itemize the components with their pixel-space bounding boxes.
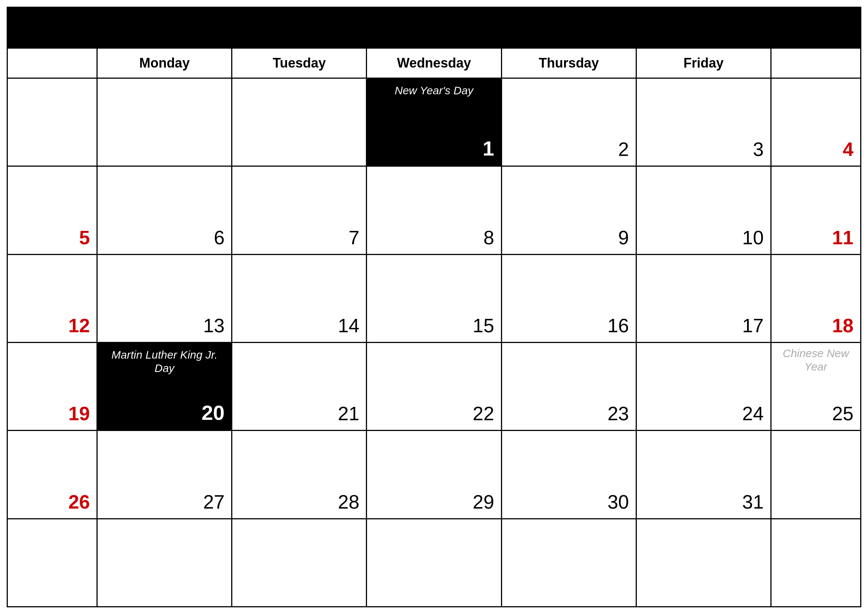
day-number-19: 19 (68, 404, 90, 423)
week-row-3: 19Martin Luther King Jr. Day2021222324Ch… (8, 343, 861, 431)
day-cell-empty (637, 519, 772, 606)
day-number-12: 12 (68, 316, 90, 335)
day-headers-row: MondayTuesdayWednesdayThursdayFriday (8, 49, 861, 79)
calendar-wrapper: MondayTuesdayWednesdayThursdayFriday New… (0, 0, 868, 614)
day-cell-11: 11 (772, 167, 861, 254)
day-cell-empty (772, 519, 861, 606)
day-cell-empty (8, 519, 98, 606)
day-number-27: 27 (203, 492, 225, 512)
day-number-14: 14 (338, 316, 360, 335)
day-header-Wednesday: Wednesday (367, 49, 502, 78)
day-number-31: 31 (742, 492, 764, 512)
day-number-13: 13 (203, 316, 225, 335)
week-row-1: 567891011 (8, 167, 861, 255)
day-header-Tuesday: Tuesday (232, 49, 367, 78)
day-cell-25: Chinese New Year25 (772, 343, 861, 430)
day-cell-empty (98, 79, 232, 166)
day-number-17: 17 (742, 316, 764, 335)
day-number-29: 29 (473, 492, 494, 512)
day-cell-8: 8 (367, 167, 502, 254)
day-number-3: 3 (753, 140, 764, 159)
day-cell-24: 24 (637, 343, 772, 430)
day-cell-28: 28 (232, 431, 367, 518)
day-number-20: 20 (202, 402, 225, 423)
day-cell-29: 29 (367, 431, 502, 518)
day-cell-10: 10 (637, 167, 772, 254)
day-number-9: 9 (618, 228, 629, 247)
day-number-15: 15 (473, 316, 494, 335)
day-header-empty-0 (8, 49, 98, 78)
day-header-Monday: Monday (98, 49, 232, 78)
holiday-label-25: Chinese New Year (775, 347, 857, 374)
day-cell-empty (367, 519, 502, 606)
day-cell-7: 7 (232, 167, 367, 254)
day-cell-4: 4 (772, 79, 861, 166)
day-number-30: 30 (608, 492, 629, 512)
day-cell-5: 5 (8, 167, 98, 254)
holiday-label-20: Martin Luther King Jr. Day (103, 348, 226, 375)
day-number-26: 26 (68, 492, 90, 512)
day-number-28: 28 (338, 492, 360, 512)
day-header-Friday: Friday (637, 49, 772, 78)
day-number-7: 7 (349, 228, 359, 247)
day-cell-15: 15 (367, 255, 502, 342)
day-number-5: 5 (79, 228, 90, 247)
day-cell-empty (8, 79, 98, 166)
weeks-container: New Year's Day12345678910111213141516171… (8, 79, 861, 607)
day-cell-19: 19 (8, 343, 98, 430)
day-number-21: 21 (338, 404, 360, 423)
day-cell-14: 14 (232, 255, 367, 342)
day-cell-16: 16 (502, 255, 637, 342)
calendar-grid: MondayTuesdayWednesdayThursdayFriday New… (7, 48, 861, 607)
day-cell-23: 23 (502, 343, 637, 430)
day-cell-empty (772, 431, 861, 518)
day-cell-31: 31 (637, 431, 772, 518)
day-number-16: 16 (608, 316, 629, 335)
day-number-11: 11 (832, 228, 854, 247)
holiday-label-1: New Year's Day (372, 84, 495, 97)
day-cell-empty (502, 519, 637, 606)
day-cell-26: 26 (8, 431, 98, 518)
day-cell-6: 6 (98, 167, 232, 254)
day-cell-13: 13 (98, 255, 232, 342)
day-number-10: 10 (742, 228, 764, 247)
day-number-6: 6 (214, 228, 225, 247)
day-cell-3: 3 (637, 79, 772, 166)
day-cell-21: 21 (232, 343, 367, 430)
day-cell-27: 27 (98, 431, 232, 518)
day-number-24: 24 (742, 404, 764, 423)
week-row-4: 262728293031 (8, 431, 861, 519)
day-number-23: 23 (608, 404, 629, 423)
day-header-Thursday: Thursday (502, 49, 637, 78)
day-number-2: 2 (618, 140, 629, 159)
day-cell-empty (232, 519, 367, 606)
calendar-header (7, 7, 861, 48)
week-row-0: New Year's Day1234 (8, 79, 861, 167)
day-number-4: 4 (843, 140, 854, 159)
day-cell-empty (232, 79, 367, 166)
day-header-empty-6 (772, 49, 861, 78)
day-number-25: 25 (832, 404, 854, 423)
day-number-8: 8 (484, 228, 494, 247)
day-cell-22: 22 (367, 343, 502, 430)
day-cell-30: 30 (502, 431, 637, 518)
day-cell-9: 9 (502, 167, 637, 254)
day-cell-2: 2 (502, 79, 637, 166)
day-number-22: 22 (473, 404, 494, 423)
day-cell-17: 17 (637, 255, 772, 342)
day-cell-empty (98, 519, 232, 606)
day-cell-20: Martin Luther King Jr. Day20 (98, 343, 232, 430)
day-number-1: 1 (482, 138, 494, 159)
day-cell-1: New Year's Day1 (367, 79, 502, 166)
day-number-18: 18 (832, 316, 854, 335)
day-cell-18: 18 (772, 255, 861, 342)
week-row-2: 12131415161718 (8, 255, 861, 343)
day-cell-12: 12 (8, 255, 98, 342)
week-row-5 (8, 519, 861, 607)
